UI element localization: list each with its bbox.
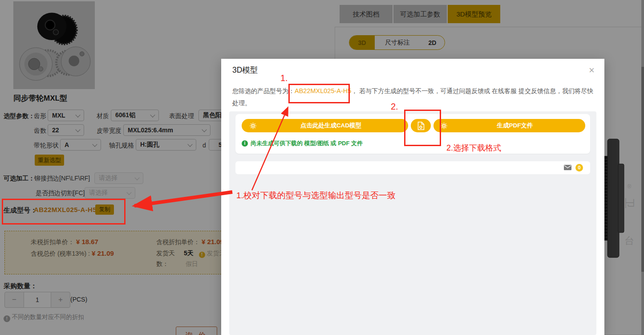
generate-button-row: 点击此处生成CAD模型 生成PDF文件 xyxy=(242,119,585,132)
close-icon[interactable]: × xyxy=(589,65,595,75)
generate-cad-button[interactable]: 点击此处生成CAD模型 xyxy=(242,119,408,132)
generate-pdf-button[interactable]: 生成PDF文件 xyxy=(433,119,585,132)
generate-pdf-label: 生成PDF文件 xyxy=(447,122,583,130)
not-generated-notice: i 尚未生成可供下载的 模型/图纸 或 PDF 文件 xyxy=(242,139,363,147)
dialog-title: 3D模型 xyxy=(232,65,258,75)
gear-icon xyxy=(250,123,256,129)
dialog-body: 点击此处生成CAD模型 生成PDF文件 i xyxy=(229,111,596,335)
intro-prefix: 您筛选的产品型号为： xyxy=(232,87,295,94)
dialog-intro: 您筛选的产品型号为：AB22MXL025-A-H5， 若与下方生成的型号不一致，… xyxy=(232,85,594,109)
message-bar[interactable]: 0 xyxy=(235,161,590,174)
not-generated-text: 尚未生成可供下载的 模型/图纸 或 PDF 文件 xyxy=(251,139,363,147)
page: 同步带轮MXL型 选型参数： 齿形 MXL 材质 6061铝 表面处理 黑色阳极… xyxy=(0,0,644,335)
generate-card: 点击此处生成CAD模型 生成PDF文件 i xyxy=(235,114,590,154)
3d-model-dialog: 3D模型 × 您筛选的产品型号为：AB22MXL025-A-H5， 若与下方生成… xyxy=(221,59,604,335)
intro-model-number: AB22MXL025-A-H5 xyxy=(295,87,351,94)
generate-cad-label: 点击此处生成CAD模型 xyxy=(256,122,405,130)
file-gear-icon xyxy=(417,122,425,130)
gear-icon xyxy=(441,123,447,129)
download-format-button[interactable] xyxy=(411,119,431,132)
mail-icon[interactable] xyxy=(564,165,571,170)
info-icon: i xyxy=(242,140,248,147)
message-count-badge: 0 xyxy=(575,164,583,172)
